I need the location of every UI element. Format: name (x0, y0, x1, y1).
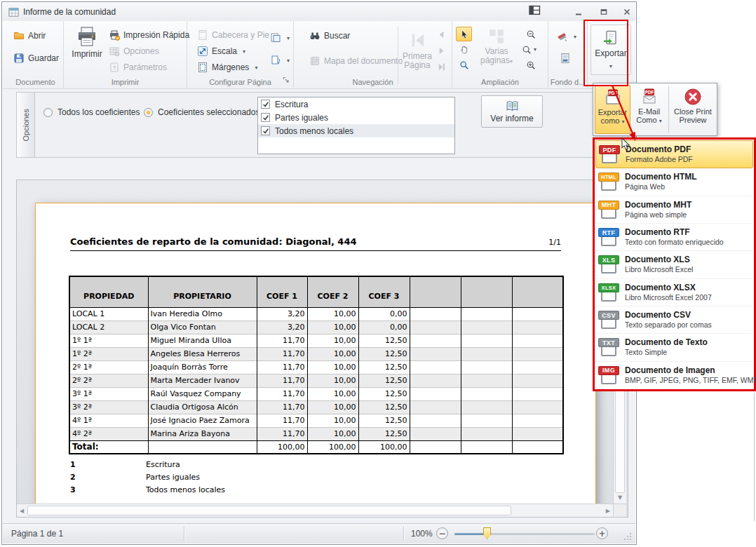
impresion-rapida-button[interactable]: Impresión Rápida (107, 29, 191, 41)
xls-file-icon: XLS (598, 255, 619, 274)
total-value: 100,00 (307, 440, 358, 454)
checkbox-checked-icon[interactable] (261, 113, 270, 122)
ver-informe-label: Ver informe (490, 114, 533, 123)
zoom-select-tool-button[interactable] (456, 58, 472, 72)
abrir-label: Abrir (28, 31, 46, 41)
paper-size-dropdown[interactable] (269, 32, 291, 44)
menu-item-text: Documento MHTPágina web simple (625, 200, 691, 220)
export-menu-item-xls[interactable]: XLSDocumento XLSLibro Microsoft Excel (595, 251, 753, 278)
orientation-dropdown[interactable] (269, 54, 291, 67)
restore-button[interactable] (596, 6, 612, 17)
last-page-icon[interactable] (437, 62, 446, 72)
minimize-button[interactable] (571, 6, 586, 17)
scrollbar-corner (613, 504, 626, 517)
export-menu-item-html[interactable]: HTMLDocumento HTMLPágina Web (595, 168, 753, 196)
export-menu-item-mht[interactable]: MHTDocumento MHTPágina web simple (595, 196, 753, 224)
close-red-icon (684, 88, 702, 106)
buscar-button[interactable]: Buscar (308, 29, 351, 42)
report-title: Coeficientes de reparto de la comunidad:… (70, 236, 548, 247)
txt-file-icon: TXT (598, 338, 619, 356)
menu-item-text: Documento de ImagenBMP, GIF, JPEG, PNG, … (625, 365, 750, 385)
zoom-slider-thumb[interactable] (483, 527, 491, 539)
previous-page-icon[interactable] (437, 30, 446, 39)
hand-tool-button[interactable] (456, 42, 472, 57)
scroll-right-icon[interactable]: ▶ (606, 508, 610, 514)
coefficient-option[interactable]: Escritura (258, 97, 454, 111)
cabecera-pie-button[interactable]: Cabecera y Pie (196, 29, 271, 41)
coefficient-option[interactable]: Partes iguales (258, 111, 454, 124)
column-header: COEF 3 (358, 276, 410, 307)
statusbar: Página 1 de 1 100% − + (3, 523, 635, 543)
export-menu-item-xlsx[interactable]: XLSXDocumento XLSXLibro Microsoft Excel … (595, 279, 753, 306)
guardar-button[interactable]: Guardar (12, 52, 60, 65)
xlsx-file-icon: XLSX (598, 283, 619, 302)
cell-coef: 11,70 (257, 347, 307, 360)
close-print-preview-button[interactable]: Close Print Preview (670, 85, 715, 134)
menu-item-text: Documento de TextoTexto Simple (625, 337, 708, 357)
imprimir-button[interactable]: Imprimir (71, 25, 103, 59)
report-page-indicator: 1/1 (548, 238, 561, 247)
zoom-out-statusbar-button[interactable]: − (436, 527, 448, 539)
opciones-button[interactable]: Opciones (107, 45, 161, 58)
cell-coef: 12,50 (358, 387, 410, 400)
page-color-button[interactable] (558, 52, 572, 65)
csv-file-icon: CSV (598, 311, 619, 329)
checkbox-checked-icon[interactable] (261, 126, 270, 135)
exportar-como-label-2: como (601, 116, 625, 126)
email-como-button[interactable]: PDF E-Mail Como (631, 85, 667, 134)
scroll-down-icon[interactable]: ▼ (618, 495, 622, 501)
close-preview-label-2: Preview (679, 116, 706, 124)
pointer-icon (459, 29, 469, 39)
radio-coeficientes-seleccionados[interactable]: Coeficientes seleccionados (144, 107, 259, 117)
varias-paginas-button[interactable]: Varias páginas (475, 28, 518, 66)
zoom-in-icon (526, 60, 536, 70)
abrir-button[interactable]: Abrir (12, 29, 47, 42)
export-menu-item-txt[interactable]: TXTDocumento de TextoTexto Simple (595, 334, 753, 361)
resize-grip[interactable] (623, 532, 632, 541)
export-menu-item-rtf[interactable]: RTFDocumento RTFTexto con formato enriqu… (595, 224, 753, 251)
radio-selected-icon[interactable] (144, 108, 153, 117)
zoom-slider-track[interactable] (454, 533, 595, 535)
svg-text:PDF: PDF (608, 90, 617, 95)
parametros-button[interactable]: ? Parámetros (107, 61, 168, 74)
ver-informe-button[interactable]: Ver informe (481, 95, 543, 128)
cell-propietario: Raúl Vasquez Company (148, 387, 257, 400)
file-type-badge: MHT (598, 201, 619, 210)
export-menu-item-img[interactable]: IMGDocumento de ImagenBMP, GIF, JPEG, PN… (595, 362, 753, 389)
paper-size-icon (270, 32, 281, 43)
zoom-dropdown-button[interactable] (521, 42, 537, 57)
export-menu-item-pdf[interactable]: PDFDocumento PDFFormato Adobe PDF (595, 140, 753, 168)
menu-item-title: Documento de Texto (625, 337, 708, 347)
column-header (410, 276, 461, 307)
zoom-out-button[interactable] (522, 27, 539, 41)
watermark-button[interactable] (555, 30, 578, 43)
primera-pagina-button[interactable]: Primera Página (400, 31, 434, 70)
margenes-button[interactable]: Márgenes (196, 61, 259, 74)
menu-item-subtitle: BMP, GIF, JPEG, PNG, TIFF, EMF, WMF (625, 375, 750, 385)
mapa-documento-button[interactable]: Mapa del documento (308, 55, 404, 67)
group-label-ampliacion: Ampliación (452, 78, 548, 86)
group-label-imprimir: Imprimir (64, 78, 187, 86)
checkbox-checked-icon[interactable] (261, 100, 270, 109)
radio-todos-coeficientes[interactable]: Todos los coeficientes (43, 107, 140, 117)
coefficients-listbox[interactable]: EscrituraPartes igualesTodos menos local… (257, 97, 455, 154)
options-panel: Opciones Todos los coeficientes Coeficie… (16, 92, 628, 158)
layout-icon[interactable] (529, 5, 541, 15)
coefficient-option[interactable]: Todos menos locales (258, 124, 454, 137)
cell-empty (410, 360, 461, 374)
zoom-in-button[interactable] (522, 58, 539, 72)
export-menu-item-csv[interactable]: CSVDocumento CSVTexto separado por comas (595, 306, 753, 334)
close-button[interactable] (619, 6, 635, 17)
file-type-badge: HTML (598, 173, 619, 182)
options-grid-icon (109, 46, 120, 57)
escala-button[interactable]: Escala (196, 45, 247, 58)
horizontal-scrollbar[interactable]: ◀ ▶ (17, 504, 613, 517)
scroll-left-icon[interactable]: ◀ (20, 508, 24, 514)
pointer-tool-button[interactable] (456, 27, 472, 41)
zoom-in-statusbar-button[interactable]: + (596, 527, 608, 539)
exportar-como-button[interactable]: PDF Exportar como (595, 85, 630, 134)
horizontal-scrollbar-thumb[interactable] (27, 506, 511, 515)
cell-propiedad: LOCAL 1 (69, 307, 148, 320)
radio-icon[interactable] (43, 108, 53, 117)
next-page-icon[interactable] (437, 46, 446, 55)
